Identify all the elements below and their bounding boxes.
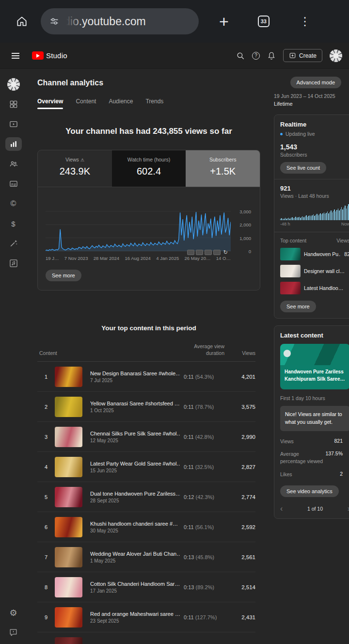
youtube-play-icon xyxy=(32,51,44,60)
send-feedback-icon[interactable] xyxy=(5,626,22,639)
video-thumbnail xyxy=(55,487,82,507)
help-icon[interactable]: ? xyxy=(252,52,260,60)
latest-video-caption: Handwoven Pure Zariless Kanchipuram Silk… xyxy=(280,365,349,389)
video-thumbnail xyxy=(280,265,301,277)
main-content: Advanced mode Channel analytics Overview… xyxy=(27,69,349,644)
url-fade xyxy=(63,8,84,34)
realtime-content-item[interactable]: Latest Handloo… xyxy=(280,281,349,294)
video-thumbnail xyxy=(55,607,82,628)
chart-see-more-button[interactable]: See more xyxy=(46,270,81,281)
table-row[interactable]: 6Khushi handloom chanderi saree #…30 May… xyxy=(37,512,255,542)
site-settings-icon[interactable] xyxy=(49,16,59,26)
tab-audience[interactable]: Audience xyxy=(109,98,133,110)
sidebar-item-community[interactable] xyxy=(5,157,22,171)
home-icon[interactable] xyxy=(16,15,28,28)
live-dot-icon xyxy=(280,133,283,135)
stat-row: Average percentage viewed137.5% xyxy=(280,451,349,465)
video-thumbnail xyxy=(55,457,82,477)
right-panel: 19 Jun 2023 – 14 Oct 2025 Lifetime Realt… xyxy=(274,93,349,519)
latest-stats: Views821Average percentage viewed137.5%L… xyxy=(280,438,349,478)
realtime-card: Realtime Updating live 1,543 Subscribers… xyxy=(274,114,349,319)
top-content-title: Your top content in this period xyxy=(37,324,260,332)
see-video-analytics-button[interactable]: See video analytics xyxy=(280,485,339,497)
stat-row: Likes2 xyxy=(280,471,349,478)
chart-zone: 3,0002,0001,0000 ↻ xyxy=(46,194,252,251)
tab-overview[interactable]: Overview xyxy=(37,98,63,110)
sidebar-item-analytics[interactable] xyxy=(5,137,22,151)
table-row[interactable]: 7Wedding Wear Alover Jari Buti Chan…1 Ma… xyxy=(37,542,255,572)
chart-zoom-controls[interactable]: ↻ xyxy=(187,249,228,256)
date-range-picker[interactable]: 19 Jun 2023 – 14 Oct 2025 Lifetime xyxy=(274,93,349,107)
chart-reset-icon: ↻ xyxy=(223,249,228,256)
tab-content[interactable]: Content xyxy=(76,98,96,110)
url-bar[interactable]: dio.youtube.com xyxy=(41,8,199,34)
metric-cards: Views ⚠243.9KWatch time (hours)602.4Subs… xyxy=(38,150,260,187)
video-age: First 1 day 10 hours xyxy=(280,395,349,401)
table-row[interactable]: 2Yellow Banarasi Saree #shortsfeed …1 Oc… xyxy=(37,392,255,422)
notifications-bell-icon[interactable] xyxy=(267,51,276,60)
sidebar-item-subtitles[interactable] xyxy=(5,177,22,191)
create-icon xyxy=(289,52,296,59)
search-icon[interactable] xyxy=(236,51,245,60)
studio-sidebar: © $ ⚙ xyxy=(0,69,27,644)
latest-video-thumbnail-image xyxy=(280,344,349,365)
table-row[interactable]: 5Dual tone Handwoven Pure Zariless…28 Se… xyxy=(37,482,255,512)
table-row[interactable]: 10 xyxy=(37,632,255,644)
chart-x-ticks: 19 J…7 Nov 202328 Mar 202416 Aug 20244 J… xyxy=(46,256,231,261)
analytics-chart-card: Views ⚠243.9KWatch time (hours)602.4Subs… xyxy=(37,150,260,290)
realtime-content-item[interactable]: Designer wall cl… xyxy=(280,264,349,277)
hamburger-menu-icon[interactable] xyxy=(12,55,19,56)
table-row[interactable]: 9Red and orange Maheshwari saree …23 Sep… xyxy=(37,602,255,632)
metric-subscribers[interactable]: Subscribers+1.5K xyxy=(186,150,260,187)
tab-trends[interactable]: Trends xyxy=(145,98,163,110)
sidebar-channel-avatar[interactable] xyxy=(5,78,22,91)
table-row[interactable]: 4Latest Party Wear Gold Saree #whol…15 J… xyxy=(37,452,255,482)
metric-views[interactable]: Views ⚠243.9K xyxy=(38,150,112,187)
realtime-content-item[interactable]: Handwoven Pu…82 xyxy=(280,247,349,260)
see-live-count-button[interactable]: See live count xyxy=(280,162,326,174)
page-title: Channel analytics xyxy=(37,79,260,87)
date-range-text: 19 Jun 2023 – 14 Oct 2025 xyxy=(274,93,349,99)
metric-watch-time-hours-[interactable]: Watch time (hours)602.4 xyxy=(112,150,186,187)
video-thumbnail xyxy=(55,397,82,417)
sidebar-item-audio-library[interactable] xyxy=(5,257,22,270)
realtime-bars xyxy=(280,204,349,220)
video-thumbnail xyxy=(280,248,301,260)
table-row[interactable]: 3Chennai Silks Pure Silk Saree #whol…12 … xyxy=(37,422,255,452)
table-row[interactable]: 8Cotton Silk Chanderi Handloom Sar…17 Ja… xyxy=(37,572,255,602)
top-content-rows: 1New Design Banarasi Saree #whole…7 Jul … xyxy=(37,362,255,644)
video-thumbnail xyxy=(55,547,82,567)
channel-avatar[interactable] xyxy=(330,49,342,62)
video-thumbnail xyxy=(55,517,82,537)
views-chart xyxy=(46,194,231,251)
video-thumbnail xyxy=(280,282,301,294)
performance-note: Nice! Views are similar to what you usua… xyxy=(280,406,349,431)
browser-menu-icon[interactable]: ⋮ xyxy=(300,16,311,27)
latest-video-thumbnail[interactable]: Handwoven Pure Zariless Kanchipuram Silk… xyxy=(280,344,349,389)
sidebar-item-customization[interactable] xyxy=(5,237,22,250)
create-button[interactable]: Create xyxy=(283,49,322,62)
realtime-subscribers: 1,543 xyxy=(280,143,349,151)
analytics-tabs: OverviewContentAudienceTrends xyxy=(37,98,260,110)
realtime-see-more-button[interactable]: See more xyxy=(280,301,316,312)
sidebar-item-earn[interactable]: $ xyxy=(5,217,22,230)
table-row[interactable]: 1New Design Banarasi Saree #whole…7 Jul … xyxy=(37,362,255,392)
realtime-items: Handwoven Pu…82Designer wall cl…Latest H… xyxy=(280,247,349,294)
date-preset: Lifetime xyxy=(274,101,349,107)
video-thumbnail xyxy=(55,367,82,387)
tab-counter[interactable]: 33 xyxy=(258,16,270,27)
new-tab-button[interactable]: + xyxy=(219,13,229,30)
sidebar-item-content[interactable] xyxy=(5,117,22,131)
youtube-studio-logo[interactable]: Studio xyxy=(32,51,67,60)
studio-wordmark: Studio xyxy=(46,51,67,60)
settings-gear-icon[interactable]: ⚙ xyxy=(5,606,22,620)
video-thumbnail xyxy=(55,577,82,597)
table-header: Content Average view duration Views xyxy=(37,343,255,362)
video-thumbnail xyxy=(55,637,82,644)
stat-row: Views821 xyxy=(280,438,349,445)
advanced-mode-button[interactable]: Advanced mode xyxy=(290,77,342,88)
sidebar-item-dashboard[interactable] xyxy=(5,97,22,111)
latest-content-title: Latest content xyxy=(280,332,349,339)
realtime-title: Realtime xyxy=(280,121,349,128)
sidebar-item-copyright[interactable]: © xyxy=(5,197,22,210)
